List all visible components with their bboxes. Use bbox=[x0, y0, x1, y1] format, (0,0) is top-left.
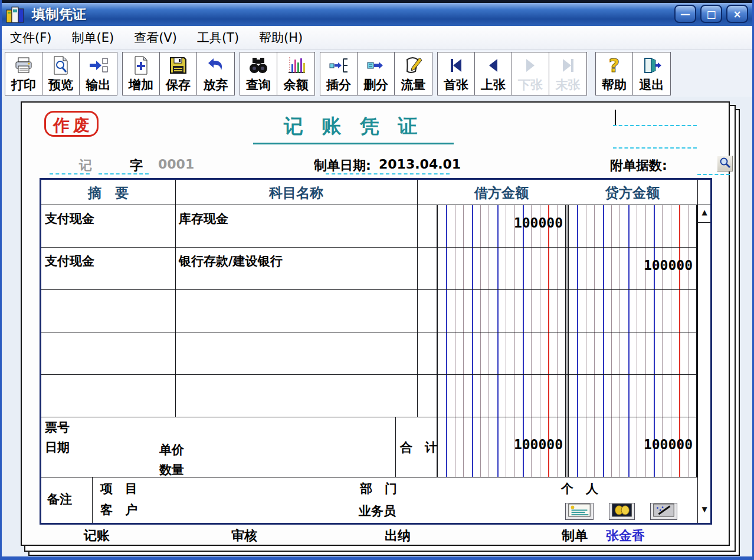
save-button[interactable]: 保存 bbox=[160, 52, 197, 95]
input-underline[interactable] bbox=[697, 174, 730, 175]
credit-amount-ruling bbox=[568, 205, 697, 477]
close-button[interactable]: × bbox=[726, 5, 748, 23]
attachments-label: 附单据数: bbox=[610, 157, 667, 174]
toolbar: 打印 预览 输出 增加 保存 bbox=[0, 50, 754, 97]
export-button[interactable]: 输出 bbox=[80, 52, 117, 95]
maximize-button[interactable]: □ bbox=[700, 5, 722, 23]
note-label: 备注 bbox=[47, 491, 72, 508]
balance-button[interactable]: 余额 bbox=[277, 52, 314, 95]
minimize-button[interactable]: — bbox=[674, 5, 696, 23]
attachments-zoom-button[interactable] bbox=[717, 156, 733, 172]
voucher-page: 作废 记 账 凭 证 记 字 0001 制单日期: 2013.04.01 附单据… bbox=[21, 101, 730, 546]
query-button[interactable]: 查询 bbox=[240, 52, 277, 95]
grid-line bbox=[417, 180, 418, 417]
review-label: 审核 bbox=[231, 527, 257, 545]
menu-voucher[interactable]: 制单(E) bbox=[61, 29, 124, 46]
voucher-number[interactable]: 0001 bbox=[158, 157, 194, 172]
discard-button[interactable]: 放弃 bbox=[197, 52, 234, 95]
insert-split-icon bbox=[329, 54, 349, 77]
last-voucher-button: 末张 bbox=[549, 52, 586, 95]
note-image-button[interactable] bbox=[565, 503, 594, 520]
first-icon bbox=[447, 54, 465, 77]
first-voucher-button[interactable]: 首张 bbox=[438, 52, 475, 95]
grid-line bbox=[41, 247, 697, 248]
menu-bar: 文件(F) 制单(E) 查看(V) 工具(T) 帮助(H) bbox=[0, 26, 754, 50]
menu-help[interactable]: 帮助(H) bbox=[249, 29, 313, 46]
delete-split-button[interactable]: 删分 bbox=[358, 52, 395, 95]
input-underline[interactable] bbox=[613, 125, 697, 126]
menu-tools[interactable]: 工具(T) bbox=[187, 29, 249, 46]
voucher-date-value[interactable]: 2013.04.01 bbox=[379, 157, 461, 172]
toolbar-group-edit: 增加 保存 放弃 bbox=[122, 52, 235, 95]
menu-file[interactable]: 文件(F) bbox=[0, 29, 61, 46]
cashflow-icon bbox=[404, 54, 424, 77]
scrollbar-up-button[interactable]: ▲ bbox=[699, 208, 710, 216]
next-voucher-button: 下张 bbox=[512, 52, 549, 95]
void-stamp: 作废 bbox=[44, 111, 99, 137]
toolbar-group-query: 查询 余额 bbox=[240, 52, 315, 95]
account-cell[interactable]: 银行存款/建设银行 bbox=[179, 253, 283, 269]
titlebar: 填制凭证 — □ × bbox=[0, 3, 754, 26]
preparer-label: 制单 bbox=[562, 527, 588, 545]
wand-button[interactable] bbox=[650, 503, 677, 520]
total-credit-amount: 100000 bbox=[569, 437, 693, 452]
grid-line bbox=[41, 289, 697, 290]
insert-split-button[interactable]: 插分 bbox=[320, 52, 358, 95]
credit-amount-cell[interactable]: 100000 bbox=[569, 258, 693, 273]
department-label[interactable]: 部 门 bbox=[360, 480, 397, 497]
unit-price-label: 单价 bbox=[159, 442, 184, 458]
total-label: 合 计 bbox=[400, 439, 437, 456]
project-label[interactable]: 项 目 bbox=[100, 480, 137, 497]
currency-icon bbox=[611, 503, 632, 519]
summary-cell[interactable]: 支付现金 bbox=[45, 253, 94, 269]
person-label[interactable]: 个 人 bbox=[561, 480, 598, 497]
toolbar-group-nav: 首张 上张 下张 末张 bbox=[437, 52, 587, 95]
voucher-date-label: 制单日期: bbox=[314, 157, 371, 174]
note-image-icon bbox=[568, 503, 591, 519]
voucher-title: 记 账 凭 证 bbox=[253, 113, 454, 144]
discard-icon bbox=[206, 54, 226, 77]
header-credit: 贷方金额 bbox=[568, 184, 697, 202]
window-bottom-edge bbox=[0, 556, 754, 560]
voucher-table: 摘 要 科目名称 借方金额 贷方金额 支付现金 库存现金 支付现金 银行存款/建… bbox=[40, 178, 712, 525]
summary-cell[interactable]: 支付现金 bbox=[45, 210, 94, 227]
menu-view[interactable]: 查看(V) bbox=[124, 29, 187, 46]
print-button[interactable]: 打印 bbox=[5, 52, 42, 95]
input-underline[interactable] bbox=[613, 147, 697, 149]
date-label: 日期 bbox=[45, 439, 70, 456]
help-button[interactable]: ? 帮助 bbox=[596, 52, 633, 95]
prev-icon bbox=[484, 54, 502, 77]
grid-line bbox=[41, 332, 697, 332]
export-icon bbox=[88, 54, 109, 77]
grid-line bbox=[395, 417, 396, 477]
cashflow-button[interactable]: 流量 bbox=[395, 52, 432, 95]
grid-line bbox=[41, 477, 697, 477]
toolbar-group-split: 插分 删分 流量 bbox=[320, 52, 432, 95]
voucher-word-prefix[interactable]: 记 bbox=[79, 157, 92, 174]
app-icon bbox=[5, 5, 26, 25]
header-summary: 摘 要 bbox=[41, 184, 175, 202]
preview-icon bbox=[52, 54, 70, 77]
header-account: 科目名称 bbox=[175, 184, 417, 202]
currency-button[interactable] bbox=[609, 503, 635, 520]
exit-button[interactable]: 退出 bbox=[633, 52, 670, 95]
svg-text:?: ? bbox=[609, 55, 620, 75]
header-debit: 借方金额 bbox=[437, 184, 566, 202]
add-icon bbox=[132, 54, 150, 77]
account-cell[interactable]: 库存现金 bbox=[179, 210, 228, 227]
toolbar-group-exit: ? 帮助 退出 bbox=[595, 52, 671, 95]
preview-button[interactable]: 预览 bbox=[42, 52, 80, 95]
voucher-word-label: 字 bbox=[130, 157, 143, 174]
last-icon bbox=[559, 54, 577, 77]
customer-label[interactable]: 客 户 bbox=[100, 502, 137, 518]
salesman-label[interactable]: 业务员 bbox=[359, 503, 396, 519]
scrollbar-down-button[interactable]: ▼ bbox=[699, 505, 710, 513]
grid-line bbox=[41, 417, 697, 417]
query-icon bbox=[248, 54, 268, 77]
debit-amount-ruling bbox=[437, 205, 566, 477]
debit-amount-cell[interactable]: 100000 bbox=[438, 215, 563, 230]
toolbar-group-output: 打印 预览 输出 bbox=[5, 52, 117, 95]
save-icon bbox=[169, 54, 188, 77]
add-button[interactable]: 增加 bbox=[123, 52, 160, 95]
prev-voucher-button[interactable]: 上张 bbox=[475, 52, 512, 95]
